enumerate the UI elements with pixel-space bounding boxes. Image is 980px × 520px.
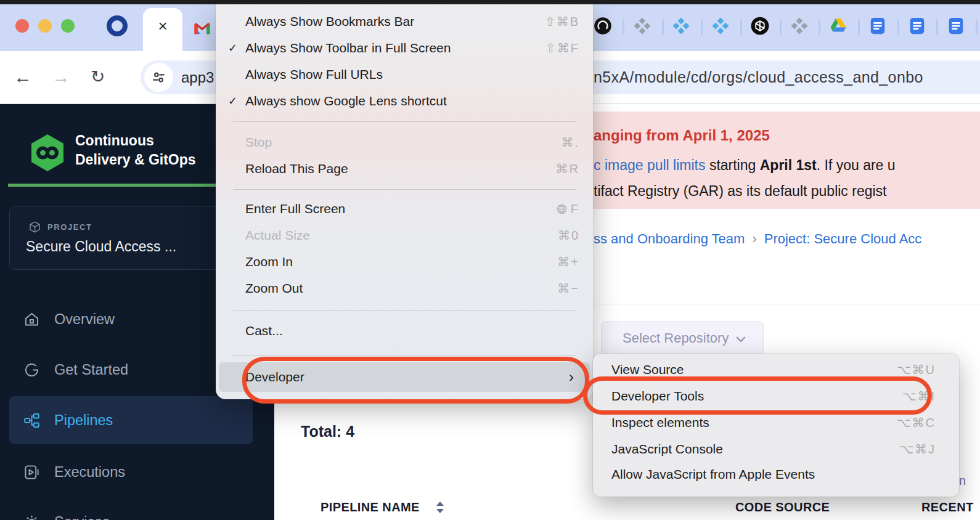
menu-separator — [233, 355, 576, 356]
breadcrumb-project-link[interactable]: Project: Secure Cloud Acc — [764, 231, 922, 246]
cd-module-logo-icon[interactable] — [28, 133, 67, 173]
menu-separator — [233, 310, 576, 311]
sidebar-item-label: Get Started — [54, 362, 128, 378]
menu-item-enter-full-screen[interactable]: Enter Full ScreenF — [216, 196, 593, 222]
menu-shortcut: ⇧⌘F — [545, 35, 579, 61]
minimize-window-button[interactable] — [38, 19, 52, 33]
sidebar-item-executions[interactable]: Executions — [0, 458, 274, 485]
checkmark-icon: ✓ — [228, 35, 244, 61]
banner-link[interactable]: c image pull limits — [594, 157, 706, 173]
breadcrumb: ss and Onboarding Team›Project: Secure C… — [594, 231, 921, 247]
banner-heading: anging from April 1, 2025 — [594, 127, 770, 144]
menu-item-label: Always Show Toolbar in Full Screen — [245, 35, 451, 61]
close-window-button[interactable] — [15, 19, 29, 33]
menu-item-label: Reload This Page — [245, 156, 348, 182]
gear-icon — [23, 514, 40, 520]
submenu-item-allow-javascript-from-apple-events[interactable]: Allow JavaScript from Apple Events — [593, 461, 959, 487]
tab-separator — [976, 19, 978, 35]
site-settings-button[interactable] — [144, 63, 173, 92]
submenu-item-developer-tools[interactable]: Developer Tools⌥⌘I — [593, 383, 959, 409]
module-title: Continuous Delivery & GitOps — [75, 131, 196, 169]
project-name: Secure Cloud Access ... — [26, 238, 176, 255]
select-repository-placeholder: Select Repository — [623, 322, 729, 355]
menu-item-label: Cast... — [245, 318, 283, 344]
pinned-tab-drive-icon[interactable] — [829, 17, 847, 35]
tab-separator — [897, 19, 899, 35]
menu-item-always-show-bookmarks-bar[interactable]: Always Show Bookmarks Bar⇧⌘B — [216, 9, 593, 35]
back-button[interactable]: ← — [14, 65, 32, 89]
chevron-right-icon: › — [569, 362, 574, 392]
banner-body-line1: c image pull limits starting April 1st. … — [594, 157, 896, 174]
url-text-left: app3 — [181, 60, 214, 94]
menu-item-always-show-google-lens-shortcut[interactable]: ✓Always show Google Lens shortcut — [216, 88, 593, 114]
submenu-item-label: View Source — [611, 357, 684, 383]
tab-separator — [623, 19, 624, 35]
sidebar-item-services[interactable]: Services — [0, 503, 274, 520]
pinned-tab-docs-icon[interactable] — [868, 17, 887, 35]
reload-button[interactable]: ↻ — [91, 65, 105, 89]
cube-icon — [28, 221, 41, 234]
menu-item-label: Zoom In — [245, 249, 293, 275]
submenu-shortcut: ⌥⌘C — [897, 410, 936, 436]
menu-item-cast[interactable]: Cast... — [216, 318, 593, 344]
tab-separator — [740, 19, 742, 35]
pinned-tab-diamond-blue-icon[interactable] — [711, 17, 730, 35]
breadcrumb-org-link[interactable]: ss and Onboarding Team — [594, 231, 745, 246]
pinned-tab-diamond-gray-icon[interactable] — [790, 17, 809, 35]
menu-item-label: Always Show Full URLs — [245, 62, 383, 87]
tab-separator — [858, 19, 860, 35]
submenu-item-inspect-elements[interactable]: Inspect elements⌥⌘C — [593, 410, 959, 436]
close-tab-icon[interactable]: × — [143, 17, 182, 35]
menu-separator — [233, 121, 576, 122]
tab-separator — [819, 19, 820, 35]
breadcrumb-separator: › — [752, 231, 756, 246]
pinned-tab-diamond-blue-icon[interactable] — [672, 17, 690, 35]
banner-body-line2: tifact Registry (GAR) as its default pub… — [594, 183, 887, 200]
submenu-item-label: Allow JavaScript from Apple Events — [611, 461, 815, 487]
pinned-tab-docs-icon[interactable] — [947, 17, 965, 35]
pinned-tabs-row — [592, 4, 980, 51]
view-menu: Always Show Bookmarks Bar⇧⌘B✓Always Show… — [216, 4, 593, 399]
pipelines-icon — [23, 412, 40, 429]
sidebar-item-pipelines[interactable]: Pipelines — [9, 396, 253, 444]
menu-item-zoom-out[interactable]: Zoom Out⌘− — [216, 275, 593, 301]
menu-item-reload-this-page[interactable]: Reload This Page⌘R — [216, 156, 593, 182]
url-text-right: n5xA/module/cd/orgs/cloud_access_and_onb… — [594, 60, 923, 94]
menu-item-zoom-in[interactable]: Zoom In⌘+ — [216, 249, 593, 275]
executions-icon — [23, 464, 40, 481]
tab-separator — [701, 19, 703, 35]
menu-item-developer[interactable]: Developer› — [219, 362, 590, 392]
column-header-recent[interactable]: RECENT — [921, 500, 974, 514]
menu-item-always-show-full-urls[interactable]: Always Show Full URLs — [216, 62, 593, 87]
menu-item-label: Always show Google Lens shortcut — [245, 88, 447, 114]
pinned-tab-diamond-gray-icon[interactable] — [633, 17, 651, 35]
column-header-code-source[interactable]: CODE SOURCE — [735, 500, 830, 514]
column-header-pipeline-name[interactable]: PIPELINE NAME — [321, 500, 420, 514]
checkmark-icon: ✓ — [228, 88, 244, 114]
forward-button[interactable]: → — [52, 65, 70, 89]
pinned-tab-chatgpt-icon[interactable] — [751, 17, 769, 35]
pinned-tab-dark-app-icon[interactable] — [594, 17, 612, 35]
sidebar-item-label: Executions — [54, 464, 125, 481]
submenu-shortcut: ⌥⌘U — [897, 357, 936, 383]
submenu-item-view-source[interactable]: View Source⌥⌘U — [593, 357, 959, 383]
home-icon — [23, 311, 40, 328]
menu-item-label: Enter Full Screen — [245, 196, 345, 222]
menu-shortcut: ⌘+ — [557, 249, 579, 275]
screenshot-root: × ← → ↻ app3 n5xA/module/cd/orgs/cloud_a… — [0, 0, 980, 520]
active-tab[interactable]: × — [143, 8, 182, 51]
pinned-tab-docs-icon[interactable] — [908, 17, 926, 35]
submenu-item-javascript-console[interactable]: JavaScript Console⌥⌘J — [593, 436, 959, 462]
sidebar-item-label: Overview — [54, 311, 115, 328]
submenu-shortcut: ⌥⌘J — [899, 436, 936, 462]
pinned-tab-ring-icon[interactable] — [107, 15, 128, 36]
menu-item-always-show-toolbar-in-full-screen[interactable]: ✓Always Show Toolbar in Full Screen⇧⌘F — [216, 35, 593, 61]
total-count: Total: 4 — [301, 423, 354, 441]
sort-icon[interactable] — [436, 502, 444, 516]
menu-shortcut: ⌘− — [557, 275, 579, 301]
select-repository-dropdown[interactable]: Select Repository — [601, 321, 764, 355]
pinned-tab-gmail-icon[interactable] — [192, 18, 213, 39]
window-top-edge — [0, 0, 980, 4]
menu-shortcut: ⌘. — [561, 129, 579, 155]
fullscreen-window-button[interactable] — [61, 19, 75, 33]
